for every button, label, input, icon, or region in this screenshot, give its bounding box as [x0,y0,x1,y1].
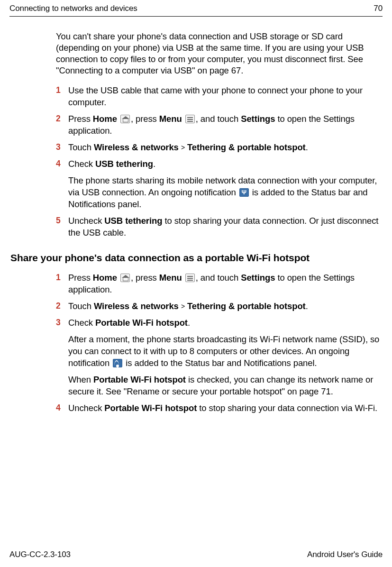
step-number: 3 [56,317,61,329]
menu-icon [185,274,195,282]
step-text: Touch Wireless & networks > Tethering & … [68,301,383,312]
step-text: Uncheck Portable Wi-Fi hotspot to stop s… [68,402,383,414]
text-span: Press [68,114,93,124]
page-content: You can't share your phone's data connec… [0,17,392,414]
page-header: Connecting to networks and devices 70 [0,0,392,13]
wireless-networks-label: Wireless & networks [94,142,179,152]
step-number: 1 [56,85,61,96]
text-span: . [188,318,190,328]
home-icon [120,115,130,123]
menu-icon [185,115,195,123]
step-2: 2 Touch Wireless & networks > Tethering … [56,301,383,312]
home-label: Home [93,114,117,124]
header-title: Connecting to networks and devices [9,4,137,13]
step-text: Press Home , press Menu , and touch Sett… [68,113,383,137]
text-span: Touch [68,142,94,152]
step-number: 3 [56,142,61,153]
text-span: , press [131,273,159,283]
chevron-right-icon: > [181,144,185,151]
usb-tether-notification-icon [239,188,249,197]
portable-hotspot-label: Portable Wi-Fi hotspot [95,318,188,328]
step-number: 5 [56,215,61,227]
step-text: Use the USB cable that came with your ph… [68,85,383,109]
step-3: 3 Check Portable Wi-Fi hotspot. After a … [56,317,383,398]
tethering-label: Tethering & portable hotspot [187,301,306,311]
home-icon [120,274,130,282]
portable-hotspot-label: Portable Wi-Fi hotspot [104,403,197,413]
portable-hotspot-label: Portable Wi-Fi hotspot [93,375,186,384]
intro-paragraph: You can't share your phone's data connec… [56,31,383,76]
text-span: Press [68,273,93,283]
settings-label: Settings [241,273,275,283]
text-span: is added to the Status bar and Notificat… [123,358,317,368]
settings-label: Settings [241,114,275,124]
text-span: . [306,142,308,152]
text-span: . [306,301,308,311]
step-1: 1 Use the USB cable that came with your … [56,85,383,109]
usb-tethering-label: USB tethering [104,216,162,226]
text-span: . [153,159,155,169]
home-label: Home [93,273,117,283]
chevron-right-icon: > [181,302,185,310]
text-span: Uncheck [68,403,104,413]
menu-label: Menu [159,114,182,124]
tethering-label: Tethering & portable hotspot [187,142,306,152]
footer-guide-name: Android User's Guide [307,550,383,559]
text-span: Touch [68,301,94,311]
text-span: , press [131,114,159,124]
step-text: Check Portable Wi-Fi hotspot. [68,317,383,329]
footer-doc-id: AUG-CC-2.3-103 [9,550,71,559]
wifi-hotspot-heading: Share your phone's data connection as a … [10,252,383,264]
step-number: 4 [56,158,61,170]
text-span: , and touch [196,273,241,283]
step-number: 2 [56,113,61,125]
step-extra-text: The phone starts sharing its mobile netw… [68,175,383,210]
menu-label: Menu [159,273,182,283]
text-span: Uncheck [68,216,104,226]
step-5: 5 Uncheck USB tethering to stop sharing … [56,215,383,239]
usb-tethering-label: USB tethering [95,159,153,169]
step-number: 1 [56,272,61,284]
text-span: Check [68,318,95,328]
step-text: Press Home , press Menu , and touch Sett… [68,272,383,296]
wifi-hotspot-steps: 1 Press Home , press Menu , and touch Se… [56,272,383,414]
step-text: Check USB tethering. [68,158,383,170]
step-1: 1 Press Home , press Menu , and touch Se… [56,272,383,296]
wifi-hotspot-notification-icon [113,359,122,367]
step-extra-text: After a moment, the phone starts broadca… [68,334,383,369]
step-number: 4 [56,402,61,414]
step-3: 3 Touch Wireless & networks > Tethering … [56,142,383,154]
step-4: 4 Uncheck Portable Wi-Fi hotspot to stop… [56,402,383,414]
step-extra-text: When Portable Wi-Fi hotspot is checked, … [68,374,383,398]
page-footer: AUG-CC-2.3-103 Android User's Guide [9,550,383,559]
header-page-number: 70 [374,4,383,13]
step-number: 2 [56,301,61,312]
step-text: Uncheck USB tethering to stop sharing yo… [68,215,383,239]
step-text: Touch Wireless & networks > Tethering & … [68,142,383,154]
wireless-networks-label: Wireless & networks [94,301,179,311]
text-span: to stop sharing your data connection via… [197,403,377,413]
text-span: , and touch [196,114,241,124]
step-2: 2 Press Home , press Menu , and touch Se… [56,113,383,137]
step-4: 4 Check USB tethering. The phone starts … [56,158,383,210]
usb-tethering-steps: 1 Use the USB cable that came with your … [56,85,383,239]
text-span: When [68,375,93,384]
text-span: Check [68,159,95,169]
